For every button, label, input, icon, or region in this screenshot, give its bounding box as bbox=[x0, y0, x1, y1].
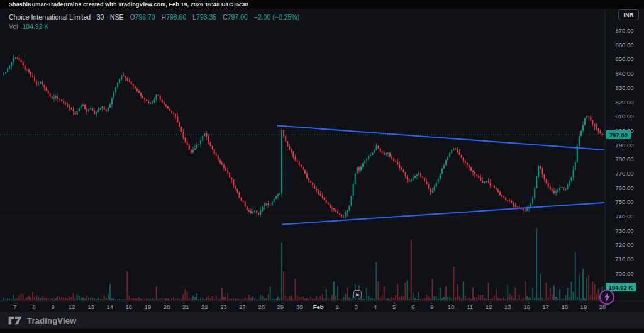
price-axis-label[interactable]: 770.00 bbox=[615, 170, 633, 177]
close-value: 797.00 bbox=[228, 13, 248, 21]
tradingview-snapshot: ShashiKumar-TradeBrains created with Tra… bbox=[0, 0, 644, 333]
time-axis-label[interactable]: 18 bbox=[561, 303, 568, 310]
time-axis-label[interactable]: 20 bbox=[164, 303, 170, 310]
price-axis-label[interactable]: 870.00 bbox=[615, 27, 633, 34]
price-axis-label[interactable]: 710.00 bbox=[615, 256, 633, 262]
symbol-name[interactable]: Choice International Limited bbox=[9, 13, 91, 21]
price-axis-label[interactable]: 750.00 bbox=[615, 198, 633, 205]
price-axis-label[interactable]: 810.00 bbox=[615, 113, 633, 120]
price-axis-label[interactable]: 860.00 bbox=[615, 42, 633, 48]
time-axis-label[interactable]: 9 bbox=[52, 303, 55, 310]
price-axis-label[interactable]: 780.00 bbox=[615, 155, 633, 162]
time-axis-label[interactable]: 27 bbox=[239, 303, 246, 310]
footer-bar: TradingView bbox=[0, 312, 644, 329]
legend-row-ohlc: Choice International Limited·30·NSE O796… bbox=[9, 13, 299, 21]
time-axis-label[interactable]: 16 bbox=[125, 303, 132, 310]
flash-lightning-button[interactable] bbox=[599, 290, 614, 305]
price-axis-label[interactable]: 760.00 bbox=[615, 184, 633, 191]
chart-background bbox=[0, 9, 644, 312]
volume-label: Vol bbox=[9, 23, 18, 30]
time-axis-label[interactable]: 7 bbox=[13, 303, 16, 310]
last-price-badge: 797.00 bbox=[606, 130, 631, 139]
volume-value: 104.92 K bbox=[23, 23, 49, 30]
time-axis-label[interactable]: 22 bbox=[201, 303, 208, 310]
time-axis-label[interactable]: 19 bbox=[145, 303, 152, 310]
interval-label[interactable]: 30 bbox=[97, 13, 104, 21]
time-axis-label[interactable]: 30 bbox=[296, 303, 303, 310]
lightning-icon bbox=[604, 293, 611, 302]
time-axis-label[interactable]: 12 bbox=[69, 303, 75, 310]
time-axis-label[interactable]: 23 bbox=[220, 303, 227, 310]
open-letter: O bbox=[130, 13, 135, 21]
change-value: −2.00 (−0.25%) bbox=[254, 13, 299, 21]
price-axis-label[interactable]: 740.00 bbox=[615, 213, 633, 220]
time-axis-label[interactable]: 19 bbox=[580, 303, 587, 310]
legend-separator: · bbox=[104, 13, 110, 21]
open-value: 796.70 bbox=[135, 13, 155, 21]
currency-toggle-button[interactable]: INR bbox=[618, 9, 639, 20]
time-axis-label[interactable]: 28 bbox=[258, 303, 265, 310]
low-value: 793.35 bbox=[196, 13, 216, 21]
time-axis-label[interactable]: 8 bbox=[32, 303, 35, 310]
legend-row-volume: Vol 104.92 K bbox=[9, 22, 299, 31]
time-axis-label[interactable]: 11 bbox=[467, 303, 473, 310]
time-axis-label[interactable]: 6 bbox=[411, 303, 414, 310]
time-axis-label[interactable]: 4 bbox=[374, 303, 377, 310]
price-chart-canvas[interactable]: 870.00860.00850.00840.00830.00820.00810.… bbox=[0, 0, 644, 333]
price-axis-label[interactable]: 840.00 bbox=[615, 70, 633, 77]
time-axis-label[interactable]: Feb bbox=[313, 303, 324, 310]
close-letter: C bbox=[223, 13, 228, 21]
time-axis-label[interactable]: 10 bbox=[448, 303, 455, 310]
legend-separator: · bbox=[91, 13, 97, 21]
price-axis-label[interactable]: 830.00 bbox=[615, 84, 633, 91]
price-axis-label[interactable]: 850.00 bbox=[615, 55, 633, 62]
price-axis-label[interactable]: 820.00 bbox=[615, 99, 633, 106]
price-axis-label[interactable]: 730.00 bbox=[615, 227, 633, 234]
time-axis-label[interactable]: 29 bbox=[277, 303, 284, 310]
time-axis-label[interactable]: 21 bbox=[182, 303, 189, 310]
price-axis-label[interactable]: 790.00 bbox=[615, 142, 633, 149]
high-value: 798.60 bbox=[166, 13, 186, 21]
time-axis-label[interactable]: 13 bbox=[504, 303, 511, 310]
time-axis-label[interactable]: 3 bbox=[355, 303, 358, 310]
price-axis-label[interactable]: 700.00 bbox=[615, 270, 633, 277]
time-axis-label[interactable]: 5 bbox=[392, 303, 396, 310]
time-axis-label[interactable]: 13 bbox=[87, 303, 94, 310]
tradingview-logo-icon[interactable] bbox=[8, 316, 23, 325]
time-axis-label[interactable]: 9 bbox=[430, 303, 433, 310]
tradingview-brand-text[interactable]: TradingView bbox=[27, 316, 77, 325]
time-axis-label[interactable]: 16 bbox=[523, 303, 530, 310]
time-axis-label[interactable]: 14 bbox=[106, 303, 113, 310]
price-axis-label[interactable]: 720.00 bbox=[615, 241, 633, 248]
earnings-marker[interactable]: E bbox=[353, 290, 362, 298]
exchange-label: NSE bbox=[110, 13, 124, 21]
time-axis-label[interactable]: 12 bbox=[486, 303, 492, 310]
time-axis-label[interactable]: 17 bbox=[542, 303, 549, 310]
time-axis-label[interactable]: 2 bbox=[336, 303, 339, 310]
symbol-legend: Choice International Limited·30·NSE O796… bbox=[9, 13, 299, 31]
